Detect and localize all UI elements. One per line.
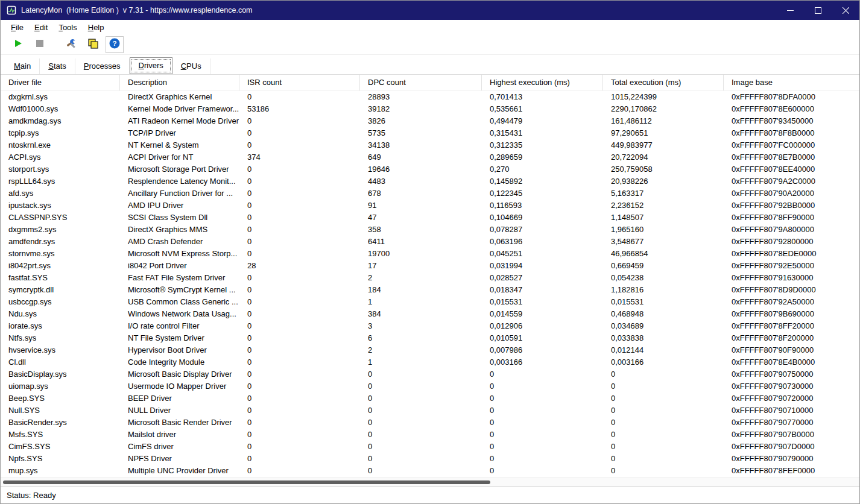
menu-item-tools[interactable]: Tools — [53, 21, 82, 34]
table-cell: i8042prt.sys — [1, 260, 120, 272]
tab-stats[interactable]: Stats — [40, 58, 75, 74]
latencymon-window: LatencyMon (Home Edition ) v 7.31 - http… — [0, 0, 860, 504]
table-cell: stornvme.sys — [1, 248, 120, 260]
table-cell: storport.sys — [1, 163, 120, 175]
close-button[interactable] — [832, 1, 859, 20]
table-cell: 0xFFFFF807'9B690000 — [724, 308, 859, 320]
table-cell: 0 — [360, 392, 482, 405]
table-row[interactable]: ipustack.sysAMD IPU Driver0910,1165932,2… — [1, 200, 859, 212]
table-cell: 161,486112 — [603, 115, 724, 127]
table-row[interactable]: Null.SYSNULL Driver00000xFFFFF807'907100… — [1, 405, 859, 417]
table-row[interactable]: amdkmdag.sysATI Radeon Kernel Mode Drive… — [1, 115, 859, 127]
table-row[interactable]: ACPI.sysACPI Driver for NT3746490,289659… — [1, 151, 859, 163]
table-cell: 46,966854 — [603, 248, 724, 260]
table-cell: 0 — [482, 453, 603, 465]
table-row[interactable]: Ntfs.sysNT File System Driver060,0105910… — [1, 332, 859, 344]
table-cell: Resplendence Latency Monit... — [120, 175, 239, 187]
table-cell: 20,938226 — [603, 175, 724, 187]
horizontal-scrollbar[interactable] — [1, 477, 859, 486]
table-row[interactable]: CLASSPNP.SYSSCSI Class System Dll0470,10… — [1, 212, 859, 224]
table-cell: 0 — [603, 392, 724, 405]
table-cell: 0 — [239, 392, 360, 405]
options-button[interactable] — [62, 36, 80, 53]
column-header[interactable]: Description — [120, 75, 239, 90]
table-row[interactable]: BasicDisplay.sysMicrosoft Basic Display … — [1, 368, 859, 380]
stop-monitor-button[interactable] — [31, 36, 49, 53]
table-row[interactable]: mup.sysMultiple UNC Provider Driver00000… — [1, 465, 859, 477]
table-cell: i8042 Port Driver — [120, 260, 239, 272]
help-button[interactable]: ? — [106, 36, 124, 53]
table-row[interactable]: fastfat.SYSFast FAT File System Driver02… — [1, 272, 859, 284]
table-row[interactable]: Npfs.SYSNPFS Driver00000xFFFFF807'907900… — [1, 453, 859, 465]
table-cell: 0 — [239, 405, 360, 417]
table-row[interactable]: symcryptk.dllMicrosoft® SymCrypt Kernel … — [1, 284, 859, 296]
menu-item-edit[interactable]: Edit — [29, 21, 53, 34]
table-row[interactable]: dxgkrnl.sysDirectX Graphics Kernel028893… — [1, 91, 859, 103]
table-cell: CimFS driver — [120, 441, 239, 453]
table-row[interactable]: hvservice.sysHypervisor Boot Driver020,0… — [1, 344, 859, 356]
table-cell: 0xFFFFF807'90A20000 — [724, 187, 859, 200]
table-cell: 0,003166 — [603, 356, 724, 368]
menu-item-help[interactable]: Help — [83, 21, 110, 34]
table-cell: 0 — [239, 344, 360, 356]
table-cell: Msfs.SYS — [1, 429, 120, 441]
table-row[interactable]: stornvme.sysMicrosoft NVM Express Storp.… — [1, 248, 859, 260]
table-row[interactable]: Beep.SYSBEEP Driver00000xFFFFF807'907200… — [1, 392, 859, 405]
start-monitor-button[interactable] — [9, 36, 27, 53]
copy-report-button[interactable] — [84, 36, 102, 53]
menu-item-file[interactable]: File — [5, 21, 29, 34]
table-row[interactable]: afd.sysAncillary Function Driver for ...… — [1, 187, 859, 200]
tab-cpus[interactable]: CPUs — [172, 58, 210, 74]
table-cell: 0 — [239, 296, 360, 308]
minimize-button[interactable] — [776, 1, 804, 20]
table-cell: Windows Network Data Usag... — [120, 308, 239, 320]
table-cell: dxgkrnl.sys — [1, 91, 120, 103]
column-header[interactable]: Highest execution (ms) — [482, 75, 603, 90]
table-row[interactable]: iorate.sysI/O rate control Filter030,012… — [1, 320, 859, 332]
table-cell: 0xFFFFF807'9A2C0000 — [724, 175, 859, 187]
table-row[interactable]: BasicRender.sysMicrosoft Basic Render Dr… — [1, 417, 859, 429]
table-row[interactable]: Cl.dllCode Integrity Module010,0031660,0… — [1, 356, 859, 368]
table-row[interactable]: Wdf01000.sysKernel Mode Driver Framewor.… — [1, 103, 859, 115]
table-cell: 91 — [360, 200, 482, 212]
table-cell: 28 — [239, 260, 360, 272]
table-cell: ACPI Driver for NT — [120, 151, 239, 163]
table-cell: 0 — [239, 187, 360, 200]
tab-drivers[interactable]: Drivers — [130, 57, 172, 74]
table-row[interactable]: uiomap.sysUsermode IO Mapper Driver00000… — [1, 380, 859, 392]
table-row[interactable]: storport.sysMicrosoft Storage Port Drive… — [1, 163, 859, 175]
column-header[interactable]: DPC count — [360, 75, 482, 90]
table-cell: 0,031994 — [482, 260, 603, 272]
table-cell: DirectX Graphics MMS — [120, 224, 239, 236]
table-cell: 0 — [482, 380, 603, 392]
column-header[interactable]: Image base — [724, 75, 860, 90]
table-row[interactable]: i8042prt.sysi8042 Port Driver28170,03199… — [1, 260, 859, 272]
table-row[interactable]: usbccgp.sysUSB Common Class Generic ...0… — [1, 296, 859, 308]
column-header[interactable]: Total execution (ms) — [603, 75, 724, 90]
table-cell: 1 — [360, 356, 482, 368]
table-cell: 0 — [360, 417, 482, 429]
table-row[interactable]: rspLLL64.sysResplendence Latency Monit..… — [1, 175, 859, 187]
column-header[interactable]: Driver file — [1, 75, 120, 90]
table-cell: 0,012906 — [482, 320, 603, 332]
table-cell: 0 — [360, 405, 482, 417]
tab-main[interactable]: Main — [5, 58, 40, 74]
table-row[interactable]: tcpip.sysTCP/IP Driver057350,31543197,29… — [1, 127, 859, 139]
table-cell: 0xFFFFF807'8F200000 — [724, 332, 859, 344]
table-row[interactable]: Ndu.sysWindows Network Data Usag...03840… — [1, 308, 859, 320]
table-row[interactable]: Msfs.SYSMailslot driver00000xFFFFF807'90… — [1, 429, 859, 441]
table-cell: 19646 — [360, 163, 482, 175]
table-row[interactable]: dxgmms2.sysDirectX Graphics MMS03580,078… — [1, 224, 859, 236]
table-cell: 0,007986 — [482, 344, 603, 356]
scrollbar-thumb[interactable] — [3, 480, 490, 484]
maximize-button[interactable] — [804, 1, 832, 20]
table-row[interactable]: amdfendr.sysAMD Crash Defender064110,063… — [1, 236, 859, 248]
tab-processes[interactable]: Processes — [75, 58, 130, 74]
table-cell: 0 — [239, 368, 360, 380]
table-cell: 0 — [239, 224, 360, 236]
table-row[interactable]: ntoskrnl.exeNT Kernel & System0341380,31… — [1, 139, 859, 151]
table-cell: 0 — [239, 272, 360, 284]
column-header[interactable]: ISR count — [239, 75, 360, 90]
window-title: LatencyMon (Home Edition ) v 7.31 - http… — [21, 6, 253, 14]
table-row[interactable]: CimFS.SYSCimFS driver00000xFFFFF807'907D… — [1, 441, 859, 453]
